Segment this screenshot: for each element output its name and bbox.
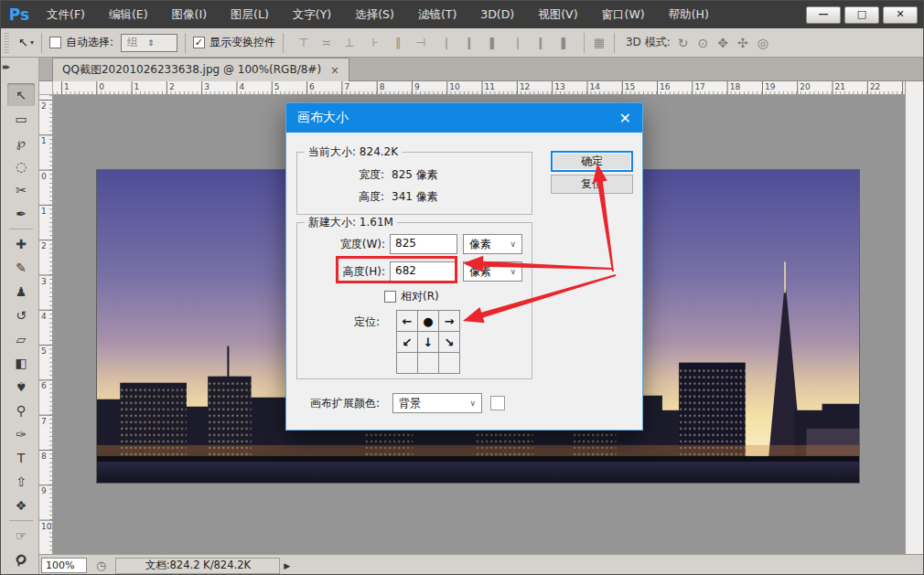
anchor-cell-top-left[interactable]: ← [396,310,418,332]
distribute-left-edges-icon[interactable]: ❘ [510,36,525,49]
history-brush-tool[interactable]: ↺ [7,303,35,326]
anchor-cell-top-right[interactable]: → [438,310,460,332]
ruler-top-number: 8 [380,82,385,91]
distribute-horizontal-centers-icon[interactable]: ❙ [533,36,548,49]
type-tool[interactable]: T [7,446,35,469]
lasso-tool[interactable]: ℘ [7,131,35,154]
vertical-scrollbar[interactable] [905,81,923,554]
distribute-bottom-edges-icon[interactable]: ❚ [485,36,500,49]
tool-preset-dropdown-icon[interactable]: ▾ [30,38,34,47]
align-left-edges-icon[interactable]: ⊦ [368,36,382,49]
anchor-cell-middle-right[interactable]: ↘ [438,331,460,353]
relative-checkbox[interactable] [384,291,396,303]
height-unit-select[interactable]: 像素 ∨ [463,261,522,282]
window-controls: — □ ✕ [806,6,924,24]
eyedropper-tool[interactable]: ✒ [7,202,35,225]
custom-shape-icon: ❖ [16,498,27,513]
rectangular-marquee-tool[interactable]: ▭ [7,107,35,130]
3d-slide-icon[interactable]: ✣ [737,36,748,50]
maximize-button[interactable]: □ [844,6,879,24]
collapse-panels-chevron-icon[interactable]: ▸▸ [3,61,8,71]
move-tool[interactable]: ↖ [7,83,35,106]
horizontal-ruler[interactable]: 1012345678910111213141516171819202122 [39,81,905,95]
menu-item-select[interactable]: 选择(S) [346,4,403,27]
canvas-extension-color-label: 画布扩展颜色: [310,396,380,411]
path-selection-tool[interactable]: ⇧ [7,470,35,493]
custom-shape-tool[interactable]: ❖ [7,494,35,516]
auto-align-layers-icon[interactable]: ▦ [592,36,607,49]
brush-tool[interactable]: ✎ [7,256,35,279]
paint-bucket-tool[interactable]: ◧ [7,351,35,374]
close-button[interactable]: ✕ [883,6,918,24]
align-horizontal-centers-icon[interactable]: ∥ [391,36,405,49]
menu-item-edit[interactable]: 编辑(E) [100,4,157,27]
3d-rotate-icon[interactable]: ↻ [678,36,689,50]
distribute-right-edges-icon[interactable]: ❚ [556,36,571,49]
reset-button[interactable]: 复位 [551,175,633,194]
align-top-edges-icon[interactable]: ⊤ [296,36,311,49]
healing-brush-tool[interactable]: ✚ [7,232,35,255]
pen-tool[interactable]: ✑ [7,422,35,445]
menu-item-3d[interactable]: 3D(D) [471,4,523,27]
hand-tool[interactable]: ☞ [7,524,35,547]
anchor-cell-top-center[interactable]: ● [417,310,439,332]
show-transform-checkbox[interactable]: ✓ [193,37,205,48]
vertical-ruler[interactable]: 2101234567891011 [39,95,53,554]
status-expand-icon[interactable]: ▶ [284,561,290,570]
ruler-top-number: 1 [134,82,140,91]
canvas-extension-color-select[interactable]: 背景 ∨ [392,393,482,413]
auto-select-target-select[interactable]: 组 ⇕ [121,34,177,52]
minimize-button[interactable]: — [806,6,841,24]
ruler-top-number: 11 [485,82,495,91]
menu-item-image[interactable]: 图像(I) [163,4,216,27]
align-right-edges-icon[interactable]: ⊣ [414,36,428,49]
menu-item-help[interactable]: 帮助(H) [660,4,718,27]
anchor-cell-bottom-center[interactable] [417,352,439,374]
zoom-icon: Q [12,550,30,569]
canvas-extension-color-swatch[interactable] [490,396,505,410]
distribute-vertical-centers-icon[interactable]: ❙ [462,36,477,49]
align-bottom-edges-icon[interactable]: ⊥ [342,36,357,49]
blur-tool[interactable]: ♠ [7,375,35,398]
toolbar-separator [9,229,33,229]
3d-roll-icon[interactable]: ⊙ [697,36,708,50]
eraser-tool[interactable]: ▱ [7,327,35,350]
menu-item-view[interactable]: 视图(V) [529,4,586,27]
dialog-title-bar[interactable]: 画布大小 ✕ [286,103,642,133]
anchor-cell-bottom-right[interactable] [438,352,460,374]
auto-select-checkbox[interactable] [49,37,61,48]
menu-item-window[interactable]: 窗口(W) [593,4,654,27]
quick-selection-tool[interactable]: ◌ [7,154,35,177]
anchor-cell-middle-center[interactable]: ↓ [417,331,439,353]
align-distribute-icons: ⊤≍⊥⊦∥⊣❘❙❚❘❙❚ [291,36,576,49]
width-unit-select[interactable]: 像素 ∨ [463,234,522,254]
ruler-top-number: 18 [730,82,740,91]
tab-close-icon[interactable]: × [330,64,339,77]
menu-item-type[interactable]: 文字(Y) [284,4,340,27]
ruler-left-number: 1 [41,136,47,145]
ruler-left-number: 1 [41,207,47,216]
dialog-close-icon[interactable]: ✕ [619,110,631,127]
menu-item-filter[interactable]: 滤镜(T) [409,4,466,27]
new-width-input[interactable]: 825 [390,234,457,254]
document-tab[interactable]: QQ截图20201026233638.jpg @ 100%(RGB/8#) × [52,58,349,81]
zoom-tool[interactable]: Q [7,548,35,570]
dodge-tool[interactable]: ⚲ [7,399,35,421]
menu-item-layer[interactable]: 图层(L) [221,4,278,27]
anchor-cell-middle-left[interactable]: ↙ [396,331,418,353]
3d-drag-icon[interactable]: ✥ [717,36,728,50]
anchor-cell-bottom-left[interactable] [396,352,418,374]
paint-bucket-icon: ◧ [15,356,27,370]
ok-button[interactable]: 确定 [551,151,633,172]
rectangular-marquee-icon: ▭ [15,112,27,126]
crop-tool[interactable]: ✂ [7,178,35,201]
current-height-label: 高度: [297,189,384,205]
distribute-top-edges-icon[interactable]: ❘ [439,36,454,49]
zoom-level-field[interactable]: 100% [41,558,87,573]
3d-scale-icon[interactable]: ◎ [757,36,768,50]
status-menu-icon[interactable]: ◷ [96,559,106,572]
clone-stamp-tool[interactable]: ♟ [7,280,35,303]
align-vertical-centers-icon[interactable]: ≍ [319,36,334,49]
menu-item-file[interactable]: 文件(F) [38,4,94,27]
ruler-left-number: 2 [41,101,47,111]
